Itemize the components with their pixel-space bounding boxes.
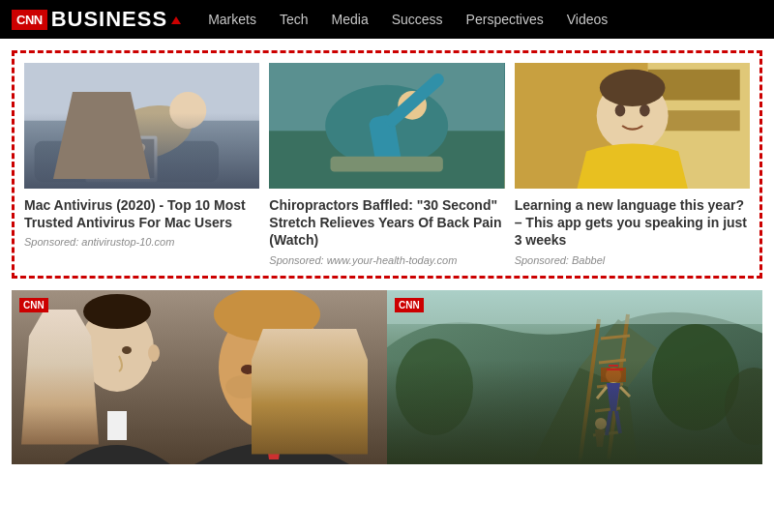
ad-title-2: Chiropractors Baffled: "30 Second" Stret… — [269, 196, 504, 250]
svg-line-49 — [597, 387, 607, 399]
svg-rect-55 — [387, 290, 762, 324]
main-nav: Markets Tech Media Success Perspectives … — [196, 0, 619, 39]
ad-item-2[interactable]: Chiropractors Baffled: "30 Second" Stret… — [269, 63, 504, 266]
cnn-badge-2: CNN — [395, 298, 424, 312]
news-item-1[interactable]: CNN — [12, 290, 387, 464]
svg-line-48 — [616, 411, 620, 433]
news-item-2[interactable]: CNN — [387, 290, 762, 464]
svg-point-54 — [725, 368, 762, 445]
svg-rect-33 — [257, 419, 282, 438]
svg-point-7 — [84, 136, 149, 177]
business-logo[interactable]: BUSINESS — [51, 7, 181, 32]
ad-image-2 — [269, 63, 504, 189]
svg-point-4 — [169, 92, 206, 129]
site-header: CNN BUSINESS Markets Tech Media Success … — [0, 0, 774, 39]
nav-item-videos[interactable]: Videos — [555, 0, 620, 39]
svg-point-22 — [640, 104, 650, 117]
ad-title-1: Mac Antivirus (2020) - Top 10 Most Trust… — [24, 196, 259, 231]
svg-line-41 — [597, 384, 623, 387]
nav-item-media[interactable]: Media — [320, 0, 380, 39]
ad-item-3[interactable]: Learning a new language this year? – Thi… — [515, 63, 750, 266]
nav-item-success[interactable]: Success — [380, 0, 455, 39]
svg-line-50 — [620, 387, 630, 397]
svg-point-28 — [83, 294, 151, 329]
ad-sponsor-1: Sponsored: antivirustop-10.com — [24, 236, 259, 248]
svg-rect-27 — [107, 411, 127, 440]
svg-line-43 — [593, 432, 618, 435]
svg-line-47 — [607, 411, 610, 435]
svg-point-35 — [225, 375, 260, 399]
svg-point-44 — [606, 368, 621, 383]
svg-rect-2 — [35, 141, 219, 182]
ad-container: Mac Antivirus (2020) - Top 10 Most Trust… — [12, 50, 762, 279]
svg-point-30 — [122, 346, 132, 354]
svg-point-29 — [148, 344, 160, 362]
svg-point-51 — [595, 418, 607, 429]
svg-rect-25 — [12, 290, 387, 464]
news-section: CNN — [12, 290, 762, 464]
ad-sponsor-3: Sponsored: Babbel — [515, 254, 750, 266]
svg-point-23 — [599, 70, 665, 106]
news-image-2: CNN — [387, 290, 762, 464]
ad-title-3: Learning a new language this year? – Thi… — [515, 196, 750, 250]
triangle-icon — [171, 16, 181, 24]
svg-rect-1 — [24, 121, 259, 189]
ad-item-1[interactable]: Mac Antivirus (2020) - Top 10 Most Trust… — [24, 63, 259, 266]
svg-point-21 — [614, 104, 625, 117]
cnn-logo[interactable]: CNN — [12, 10, 47, 30]
ad-image-1 — [24, 63, 259, 189]
svg-rect-5 — [85, 136, 157, 183]
cnn-badge-1: CNN — [19, 298, 48, 312]
ad-image-3 — [515, 63, 750, 189]
nav-item-perspectives[interactable]: Perspectives — [455, 0, 555, 39]
svg-rect-6 — [89, 139, 155, 178]
svg-line-40 — [599, 360, 626, 363]
ad-sponsor-2: Sponsored: www.your-health-today.com — [269, 254, 504, 266]
svg-point-52 — [396, 339, 473, 435]
nav-item-markets[interactable]: Markets — [196, 0, 268, 39]
svg-line-42 — [595, 408, 620, 411]
svg-rect-0 — [24, 63, 259, 189]
svg-point-53 — [652, 324, 739, 430]
svg-rect-14 — [331, 157, 443, 172]
news-image-1: CNN — [12, 290, 387, 464]
svg-point-34 — [241, 365, 254, 374]
nav-item-tech[interactable]: Tech — [268, 0, 320, 39]
